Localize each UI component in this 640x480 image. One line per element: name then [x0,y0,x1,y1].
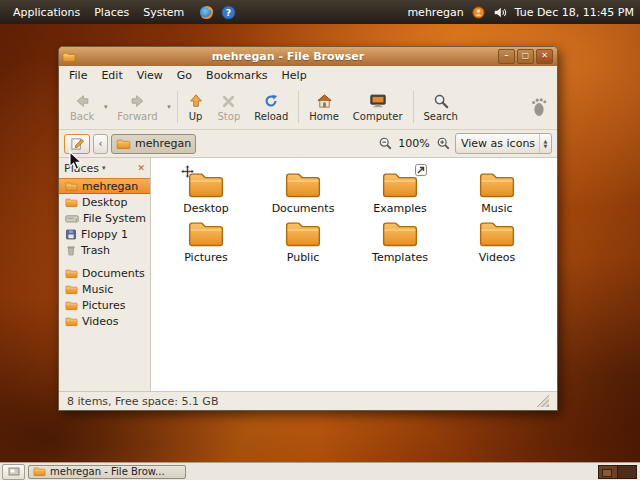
forward-icon [129,92,146,110]
location-edit-toggle-button[interactable] [64,134,90,154]
user-switcher-label[interactable]: mehregan [407,6,463,19]
file-view[interactable]: Desktop Documents Examples [151,158,557,391]
sidebar-label: Desktop [82,196,127,209]
computer-label: Computer [353,111,403,122]
svg-text:?: ? [226,6,231,17]
volume-icon[interactable] [493,6,507,19]
forward-dropdown-icon[interactable]: ▾ [165,86,174,128]
file-browser-window: mehregan - File Browser – ▢ ✕ File Edit … [58,46,558,411]
sidebar-item-mehregan[interactable]: mehregan [59,178,150,194]
resize-grip[interactable] [537,395,549,407]
status-text: 8 items, Free space: 5.1 GB [67,395,218,408]
file-examples[interactable]: Examples [357,169,443,215]
show-desktop-button[interactable] [2,464,25,480]
sidebar-item-trash[interactable]: Trash [59,242,150,258]
home-icon [316,92,333,110]
sidebar-item-floppy[interactable]: Floppy 1 [59,226,150,242]
view-mode-dropdown[interactable]: View as icons ▲▼ [455,133,552,154]
menubar: File Edit View Go Bookmarks Help [59,66,557,85]
file-label: Desktop [183,202,228,215]
sidebar-label: mehregan [82,180,138,193]
reload-button[interactable]: Reload [247,86,295,128]
file-templates[interactable]: Templates [357,218,443,264]
reload-label: Reload [254,111,288,122]
gnome-throbber-icon [529,86,553,128]
back-dropdown-icon[interactable]: ▾ [101,86,110,128]
top-panel: Applications Places System ? mehregan [0,0,640,24]
workspace-1[interactable] [599,466,617,478]
menu-edit[interactable]: Edit [94,67,129,84]
sidebar-item-file-system[interactable]: File System [59,210,150,226]
stop-icon [221,92,236,110]
breadcrumb-mehregan-button[interactable]: mehregan [111,134,196,154]
up-icon [188,92,204,110]
sidebar-item-pictures[interactable]: Pictures [59,297,150,313]
dropdown-steppers-icon: ▲▼ [539,134,551,153]
file-desktop[interactable]: Desktop [163,169,249,215]
toolbar-separator [413,91,414,123]
menu-system[interactable]: System [136,3,191,22]
places-dropdown-arrow-icon[interactable]: ▾ [102,164,106,172]
desktop-wallpaper: mehregan - File Browser – ▢ ✕ File Edit … [0,24,640,462]
sidebar-item-desktop[interactable]: Desktop [59,194,150,210]
sidebar-label: Trash [81,244,110,257]
sidebar-item-music[interactable]: Music [59,281,150,297]
sidebar-item-documents[interactable]: Documents [59,265,150,281]
window-titlebar[interactable]: mehregan - File Browser – ▢ ✕ [59,47,557,66]
taskbar-window-label: mehregan - File Brow... [50,466,165,477]
move-emblem-icon [181,165,194,178]
search-button[interactable]: Search [417,86,465,128]
back-button[interactable]: Back [63,86,101,128]
toolbar-separator [177,91,178,123]
up-label: Up [189,111,203,122]
forward-button[interactable]: Forward [110,86,164,128]
maximize-button[interactable]: ▢ [517,49,534,64]
zoom-level[interactable]: 100% [397,137,431,150]
search-label: Search [424,111,458,122]
back-label: Back [70,111,94,122]
menu-go[interactable]: Go [170,67,199,84]
menu-view[interactable]: View [130,67,170,84]
breadcrumb-label: mehregan [135,137,191,150]
workspace-2[interactable] [617,466,636,478]
firefox-launcher-icon[interactable] [199,5,214,20]
stop-button[interactable]: Stop [211,86,248,128]
close-button[interactable]: ✕ [536,49,553,64]
user-switcher-icon[interactable] [472,6,485,19]
up-button[interactable]: Up [181,86,211,128]
file-label: Examples [373,202,426,215]
minimize-button[interactable]: – [498,49,515,64]
home-button[interactable]: Home [302,86,346,128]
breadcrumb-scroll-left-button[interactable]: ‹ [93,134,108,154]
status-bar: 8 items, Free space: 5.1 GB [59,391,557,410]
sidebar-label: Documents [82,267,145,280]
sidebar-item-videos[interactable]: Videos [59,313,150,329]
back-icon [74,92,91,110]
zoom-in-button[interactable] [433,134,453,154]
sidebar-label: Pictures [82,299,126,312]
file-music[interactable]: Music [454,169,540,215]
file-label: Videos [479,251,516,264]
file-label: Music [481,202,512,215]
file-videos[interactable]: Videos [454,218,540,264]
menu-places[interactable]: Places [87,3,136,22]
taskbar-window-button[interactable]: mehregan - File Brow... [28,465,186,479]
file-label: Documents [272,202,335,215]
clock[interactable]: Tue Dec 18, 11:45 PM [515,6,634,19]
menu-bookmarks[interactable]: Bookmarks [199,67,274,84]
computer-button[interactable]: Computer [346,86,410,128]
places-header-dropdown[interactable]: Places [64,162,99,175]
sidebar-close-icon[interactable]: ✕ [137,163,145,173]
file-pictures[interactable]: Pictures [163,218,249,264]
help-launcher-icon[interactable]: ? [221,5,236,20]
file-public[interactable]: Public [260,218,346,264]
zoom-out-button[interactable] [375,134,395,154]
toolbar-separator [298,91,299,123]
sidebar-label: Music [82,283,113,296]
menu-applications[interactable]: Applications [6,3,87,22]
bottom-panel: mehregan - File Brow... [0,462,640,480]
menu-file[interactable]: File [62,67,94,84]
file-documents[interactable]: Documents [260,169,346,215]
search-icon [433,92,449,110]
menu-help[interactable]: Help [275,67,314,84]
